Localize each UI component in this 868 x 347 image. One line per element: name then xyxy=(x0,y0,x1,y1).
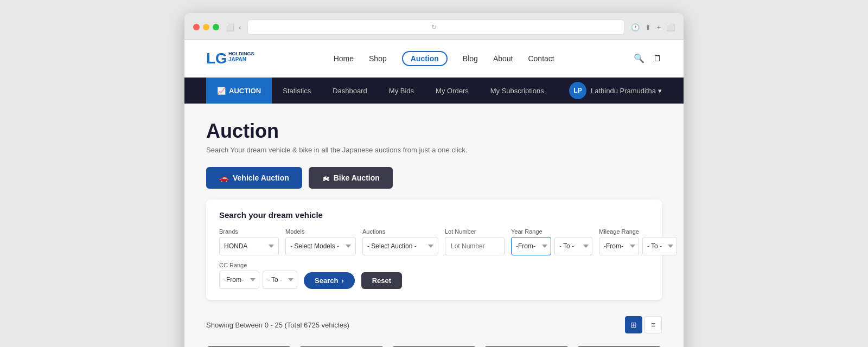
user-name: Lathindu Pramuditha ▾ xyxy=(591,87,662,95)
list-icon: ≡ xyxy=(651,320,655,329)
lot-input[interactable] xyxy=(445,237,505,255)
calculator-icon[interactable]: 🗒 xyxy=(653,54,662,63)
subnav-auction[interactable]: 📈 AUCTION xyxy=(206,78,272,104)
brands-label: Brands xyxy=(219,228,279,235)
results-bar: Showing Between 0 - 25 (Total 6725 vehic… xyxy=(206,311,662,339)
history-icon[interactable]: 🕐 xyxy=(631,23,640,31)
back-icon[interactable]: ‹ xyxy=(239,23,241,31)
page-title: Auction xyxy=(206,120,662,143)
sidebar-icon[interactable]: ⬜ xyxy=(226,23,234,31)
subnav-my-subscriptions[interactable]: My Subscriptions xyxy=(480,78,555,104)
maximize-button[interactable] xyxy=(213,24,219,30)
subnav-statistics[interactable]: Statistics xyxy=(272,78,322,104)
auction-type-buttons: 🚗 Vehicle Auction 🏍 Bike Auction xyxy=(206,167,662,189)
sub-nav: 📈 AUCTION Statistics Dashboard My Bids M… xyxy=(184,78,684,104)
logo-lg: LG xyxy=(206,51,227,66)
brands-field: Brands HONDA xyxy=(219,228,279,255)
reload-icon[interactable]: ↻ xyxy=(431,23,437,31)
vehicle-auction-button[interactable]: 🚗 Vehicle Auction xyxy=(206,167,302,189)
auction-icon: 📈 xyxy=(217,87,226,95)
traffic-lights xyxy=(193,24,219,30)
search-row-2: CC Range -From- - To - Search xyxy=(219,262,649,289)
top-nav: LG HOLDINGS JAPAN Home Shop Auction Blog… xyxy=(184,40,684,78)
nav-home[interactable]: Home xyxy=(334,54,354,63)
search-icon[interactable]: 🔍 xyxy=(634,53,644,63)
bike-icon: 🏍 xyxy=(322,174,329,182)
auctions-field: Auctions - Select Auction - xyxy=(362,228,438,255)
reset-button[interactable]: Reset xyxy=(361,272,402,289)
year-range-group: -From- - To - xyxy=(511,237,592,255)
search-panel: Search your dream vehicle Brands HONDA M… xyxy=(206,200,662,300)
nav-contact[interactable]: Contact xyxy=(528,54,554,63)
models-label: Models xyxy=(285,228,356,235)
auctions-label: Auctions xyxy=(362,228,438,235)
browser-chrome: ⬜ ‹ ↻ 🕐 ⬆ + ⬜ xyxy=(184,13,684,40)
cc-to-select[interactable]: - To - xyxy=(263,271,297,289)
cc-range-field: CC Range -From- - To - xyxy=(219,262,297,289)
mileage-from-select[interactable]: -From- xyxy=(599,237,639,255)
avatar: LP xyxy=(569,82,586,99)
year-range-label: Year Range xyxy=(511,228,592,235)
minimize-button[interactable] xyxy=(203,24,209,30)
nav-links: Home Shop Auction Blog About Contact xyxy=(334,51,554,66)
page-subtitle: Search Your dream vehicle & bike in all … xyxy=(206,146,662,154)
mileage-range-label: Mileage Range xyxy=(599,228,677,235)
search-panel-title: Search your dream vehicle xyxy=(219,210,649,220)
browser-window: ⬜ ‹ ↻ 🕐 ⬆ + ⬜ LG HOLDINGS JAPAN xyxy=(184,13,684,347)
year-to-select[interactable]: - To - xyxy=(554,237,592,255)
share-icon[interactable]: ⬆ xyxy=(645,23,651,31)
car-icon: 🚗 xyxy=(219,174,228,182)
nav-about[interactable]: About xyxy=(493,54,513,63)
subnav-dashboard[interactable]: Dashboard xyxy=(322,78,378,104)
address-bar[interactable]: ↻ xyxy=(247,20,624,35)
view-toggles: ⊞ ≡ xyxy=(625,316,662,333)
logo-holdings: HOLDINGS xyxy=(228,51,254,57)
browser-toolbar-icons: 🕐 ⬆ + ⬜ xyxy=(631,23,675,31)
year-from-select[interactable]: -From- xyxy=(511,237,551,255)
results-text: Showing Between 0 - 25 (Total 6725 vehic… xyxy=(206,321,349,329)
add-tab-icon[interactable]: + xyxy=(656,23,661,31)
grid-view-toggle[interactable]: ⊞ xyxy=(625,316,642,333)
website: LG HOLDINGS JAPAN Home Shop Auction Blog… xyxy=(184,40,684,347)
list-view-toggle[interactable]: ≡ xyxy=(644,316,662,333)
year-range-field: Year Range -From- - To - xyxy=(511,228,592,255)
close-button[interactable] xyxy=(193,24,200,30)
grid-icon: ⊞ xyxy=(630,320,637,329)
nav-blog[interactable]: Blog xyxy=(463,54,478,63)
mileage-range-field: Mileage Range -From- - To - xyxy=(599,228,677,255)
nav-icons: 🔍 🗒 xyxy=(634,53,662,63)
browser-nav-icons: ⬜ ‹ xyxy=(226,23,241,31)
search-row-1: Brands HONDA Models - Select Models - xyxy=(219,228,649,255)
models-field: Models - Select Models - xyxy=(285,228,356,255)
chevron-down-icon: ▾ xyxy=(658,87,662,95)
mileage-range-group: -From- - To - xyxy=(599,237,677,255)
models-select[interactable]: - Select Models - xyxy=(285,237,356,255)
main-content: Auction Search Your dream vehicle & bike… xyxy=(184,104,684,347)
mileage-to-select[interactable]: - To - xyxy=(642,237,677,255)
subnav-my-bids[interactable]: My Bids xyxy=(378,78,425,104)
cc-range-group: -From- - To - xyxy=(219,271,297,289)
logo-japan: JAPAN xyxy=(228,56,254,62)
lot-label: Lot Number xyxy=(445,228,505,235)
tabs-icon[interactable]: ⬜ xyxy=(666,23,675,31)
logo: LG HOLDINGS JAPAN xyxy=(206,51,254,66)
cc-range-label: CC Range xyxy=(219,262,297,268)
nav-shop[interactable]: Shop xyxy=(369,54,387,63)
user-menu[interactable]: LP Lathindu Pramuditha ▾ xyxy=(569,82,662,99)
search-button[interactable]: Search › xyxy=(304,272,355,289)
nav-auction[interactable]: Auction xyxy=(402,51,448,66)
brands-select[interactable]: HONDA xyxy=(219,237,279,255)
lot-field: Lot Number xyxy=(445,228,505,255)
chevron-right-icon: › xyxy=(341,277,343,285)
bike-auction-button[interactable]: 🏍 Bike Auction xyxy=(309,167,393,189)
subnav-my-orders[interactable]: My Orders xyxy=(425,78,480,104)
cc-from-select[interactable]: -From- xyxy=(219,271,259,289)
auctions-select[interactable]: - Select Auction - xyxy=(362,237,438,255)
